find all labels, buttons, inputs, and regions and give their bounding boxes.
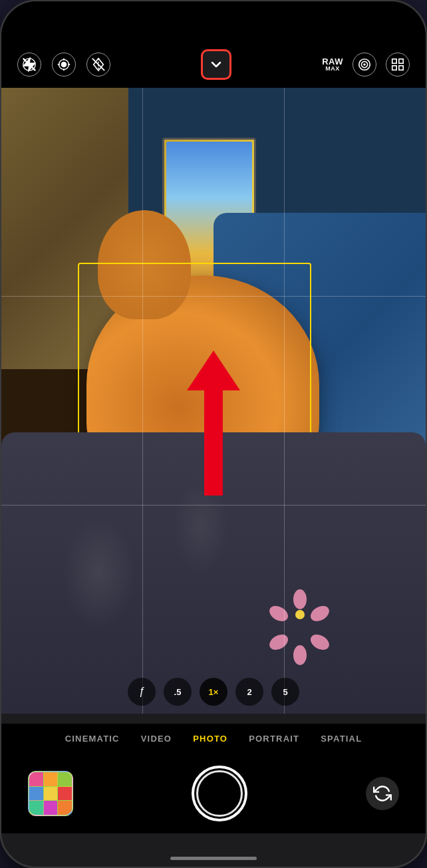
bottom-camera-controls	[1, 754, 426, 833]
thumb-cell-6	[58, 787, 72, 801]
thumb-cell-3	[58, 772, 72, 786]
home-indicator[interactable]	[170, 857, 257, 860]
viewfinder[interactable]: ƒ .5 1× 2 5	[1, 88, 426, 714]
raw-max-button[interactable]: RAW MAX	[322, 57, 343, 72]
thumb-cell-8	[44, 801, 58, 815]
arrow-head	[187, 351, 240, 390]
shutter-button[interactable]	[192, 766, 247, 821]
mode-spatial[interactable]: SPATIAL	[321, 734, 362, 744]
thumbnail-image	[29, 772, 72, 815]
live-photo-button[interactable]	[52, 53, 76, 76]
photo-thumbnail[interactable]	[28, 771, 73, 816]
mode-portrait[interactable]: PORTRAIT	[249, 734, 299, 744]
camera-scene	[1, 88, 426, 714]
red-arrow-indicator	[187, 351, 240, 496]
mode-cinematic[interactable]: CINEMATIC	[65, 734, 120, 744]
arrow-shaft	[204, 389, 223, 496]
prores-button[interactable]	[353, 53, 376, 76]
svg-point-3	[61, 62, 66, 67]
thumb-cell-5	[44, 787, 58, 801]
phone-frame: RAW MAX	[0, 0, 427, 868]
top-right-controls: RAW MAX	[322, 53, 410, 76]
reflection-button[interactable]	[86, 53, 110, 76]
mode-photo[interactable]: PHOTO	[193, 734, 227, 744]
flower-center	[295, 610, 305, 619]
top-controls-bar: RAW MAX	[1, 41, 426, 88]
zoom-1x-button[interactable]: 1×	[200, 678, 227, 706]
flash-button[interactable]	[17, 53, 41, 76]
zoom-controls: ƒ .5 1× 2 5	[1, 678, 426, 706]
thumb-cell-1	[29, 772, 43, 786]
thumb-cell-7	[29, 801, 43, 815]
svg-rect-14	[392, 59, 396, 63]
thumb-cell-2	[44, 772, 58, 786]
camera-mode-bar: CINEMATIC VIDEO PHOTO PORTRAIT SPATIAL	[1, 724, 426, 754]
top-left-controls	[17, 53, 110, 76]
grid-button[interactable]	[386, 53, 410, 76]
flip-camera-button[interactable]	[366, 777, 399, 810]
svg-point-13	[363, 63, 366, 66]
function-button[interactable]: ƒ	[128, 678, 156, 706]
zoom-05-button[interactable]: .5	[164, 678, 192, 706]
zoom-5-button[interactable]: 5	[271, 678, 299, 706]
thumb-cell-4	[29, 787, 43, 801]
svg-rect-17	[399, 66, 403, 70]
dynamic-island	[174, 11, 253, 33]
flower-decoration	[280, 595, 320, 635]
shutter-inner-ring	[196, 770, 243, 817]
svg-rect-16	[392, 66, 396, 70]
mode-video[interactable]: VIDEO	[141, 734, 172, 744]
thumb-cell-9	[58, 801, 72, 815]
zoom-2-button[interactable]: 2	[235, 678, 263, 706]
more-options-button[interactable]	[201, 49, 231, 80]
svg-rect-15	[399, 59, 403, 63]
